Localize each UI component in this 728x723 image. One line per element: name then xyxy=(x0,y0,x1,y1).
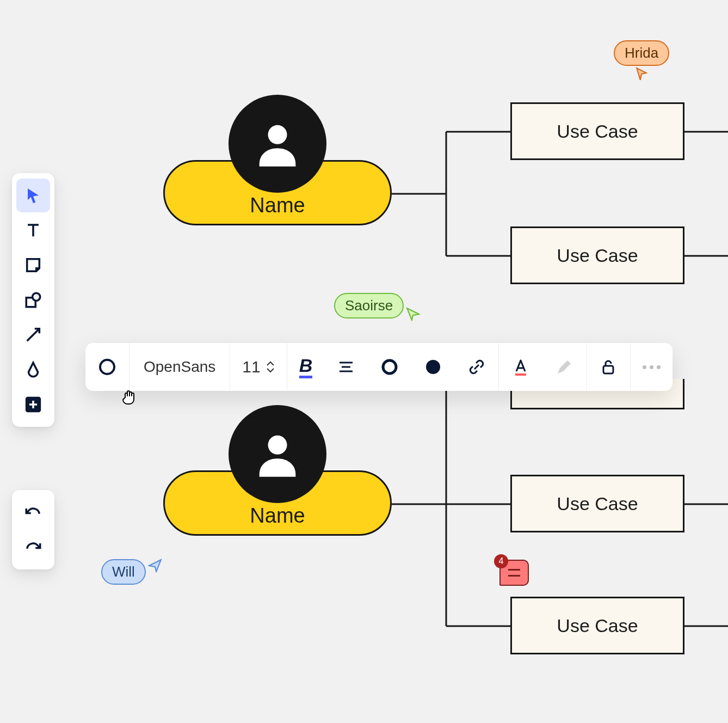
align-icon xyxy=(336,357,356,377)
font-family-value: OpenSans xyxy=(144,358,215,376)
fill-color-button[interactable] xyxy=(411,343,455,391)
align-button[interactable] xyxy=(324,343,368,391)
arrow-tool[interactable] xyxy=(16,318,50,352)
pointer-tool[interactable] xyxy=(16,179,50,212)
actor-avatar-icon xyxy=(229,405,326,503)
shape-toolbar xyxy=(12,173,54,427)
font-size-value: 11 xyxy=(242,358,260,376)
actor-label[interactable]: Name xyxy=(250,194,305,217)
presence-label: Hrida xyxy=(614,40,669,66)
shapes-icon xyxy=(24,291,42,309)
lock-button[interactable] xyxy=(587,343,630,391)
pen-tool[interactable] xyxy=(16,353,50,387)
comment-count-badge: 4 xyxy=(494,554,508,568)
add-tool[interactable] xyxy=(16,388,50,421)
hand-cursor-icon xyxy=(121,388,139,406)
plus-icon xyxy=(24,395,42,414)
svg-point-12 xyxy=(268,125,287,144)
bold-icon: B xyxy=(299,356,313,378)
svg-rect-20 xyxy=(515,373,526,376)
actor-node[interactable]: Name xyxy=(163,470,392,536)
presence-label: Will xyxy=(101,559,146,585)
svg-rect-21 xyxy=(603,366,613,373)
usecase-node[interactable]: Use Case xyxy=(510,102,684,160)
usecase-node[interactable]: Use Case xyxy=(510,597,684,654)
border-color-button[interactable] xyxy=(368,343,411,391)
sticky-note-tool[interactable] xyxy=(16,248,50,282)
usecase-label: Use Case xyxy=(557,121,638,142)
pointer-icon xyxy=(24,186,42,205)
font-size-down-icon[interactable] xyxy=(266,367,275,373)
text-tool[interactable] xyxy=(16,213,50,247)
link-icon xyxy=(467,357,486,377)
undo-icon xyxy=(24,503,42,522)
stroke-style-button[interactable] xyxy=(85,343,129,391)
svg-point-14 xyxy=(100,360,114,374)
usecase-label: Use Case xyxy=(557,493,638,514)
presence-label: Saoirse xyxy=(334,293,404,318)
text-color-button[interactable] xyxy=(499,343,542,391)
pen-icon xyxy=(24,360,42,379)
bold-button[interactable]: B xyxy=(287,343,325,391)
circle-outline-icon xyxy=(380,357,399,377)
comment-thread-chip[interactable]: 4 xyxy=(499,560,529,586)
text-icon xyxy=(24,221,42,240)
shapes-tool[interactable] xyxy=(16,283,50,317)
more-icon xyxy=(643,365,661,369)
text-color-icon xyxy=(511,357,530,377)
usecase-label: Use Case xyxy=(557,615,638,636)
sticky-note-icon xyxy=(24,256,42,274)
comment-icon xyxy=(508,569,520,577)
highlight-button[interactable] xyxy=(542,343,586,391)
arrow-icon xyxy=(24,326,42,344)
svg-point-19 xyxy=(426,360,440,374)
font-family-select[interactable]: OpenSans xyxy=(129,343,230,391)
more-menu-button[interactable] xyxy=(631,343,673,391)
presence-cursor-will: Will xyxy=(101,557,162,585)
diagram-canvas[interactable]: Name Name Use Case Use Case Use Case Use… xyxy=(0,0,728,723)
svg-point-18 xyxy=(383,360,396,373)
actor-label[interactable]: Name xyxy=(250,504,305,528)
redo-icon xyxy=(24,538,42,556)
font-size-up-icon[interactable] xyxy=(266,361,275,366)
actor-node[interactable]: Name xyxy=(163,160,392,225)
actor-avatar-icon xyxy=(229,95,326,193)
history-toolbar xyxy=(12,490,54,569)
circle-filled-icon xyxy=(423,357,443,377)
usecase-node[interactable]: Use Case xyxy=(510,475,684,532)
redo-button[interactable] xyxy=(16,530,50,564)
font-size-control[interactable]: 11 xyxy=(230,343,286,391)
format-toolbar[interactable]: OpenSans 11 B xyxy=(85,343,673,391)
presence-cursor-hrida: Hrida xyxy=(614,40,669,81)
unlock-icon xyxy=(599,357,618,377)
pencil-icon xyxy=(554,357,574,377)
undo-button[interactable] xyxy=(16,495,50,529)
usecase-label: Use Case xyxy=(557,245,638,266)
link-button[interactable] xyxy=(455,343,498,391)
presence-cursor-saoirse: Saoirse xyxy=(334,293,420,321)
usecase-node[interactable]: Use Case xyxy=(510,226,684,284)
svg-point-23 xyxy=(33,293,40,301)
svg-point-13 xyxy=(268,436,287,455)
